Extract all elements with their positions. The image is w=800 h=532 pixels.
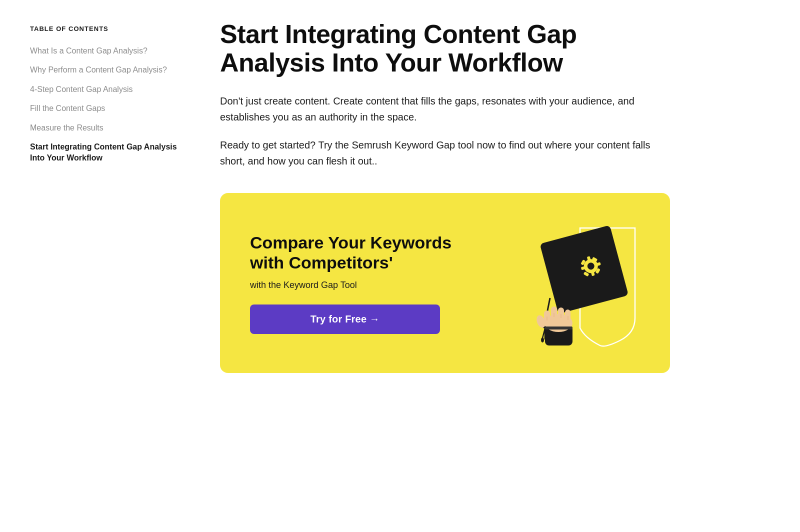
article-heading: Start Integrating Content Gap Analysis I…: [220, 20, 670, 77]
svg-rect-28: [545, 326, 572, 330]
cta-illustration: [500, 218, 640, 348]
cta-heading: Compare Your Keywords with Competitors': [250, 232, 460, 274]
try-for-free-button[interactable]: Try for Free →: [250, 304, 440, 334]
toc-link-why-perform[interactable]: Why Perform a Content Gap Analysis?: [30, 64, 190, 76]
toc-item-3: 4-Step Content Gap Analysis: [30, 80, 190, 99]
toc-link-measure[interactable]: Measure the Results: [30, 122, 190, 134]
toc-link-start-integrating[interactable]: Start Integrating Content Gap Analysis I…: [30, 142, 190, 164]
svg-rect-0: [540, 226, 628, 314]
article-paragraph-1: Don't just create content. Create conten…: [220, 93, 670, 125]
toc-item-4: Fill the Content Gaps: [30, 99, 190, 118]
cta-subtext: with the Keyword Gap Tool: [250, 280, 460, 290]
toc-item-1: What Is a Content Gap Analysis?: [30, 42, 190, 60]
article-paragraph-2: Ready to get started? Try the Semrush Ke…: [220, 137, 670, 169]
svg-point-16: [541, 338, 544, 342]
main-content: Start Integrating Content Gap Analysis I…: [220, 20, 670, 373]
toc-item-2: Why Perform a Content Gap Analysis?: [30, 60, 190, 80]
toc-link-what-is[interactable]: What Is a Content Gap Analysis?: [30, 46, 190, 56]
table-of-contents: TABLE OF CONTENTS What Is a Content Gap …: [30, 20, 190, 373]
keyword-gap-illustration: [500, 218, 640, 348]
toc-link-4-step[interactable]: 4-Step Content Gap Analysis: [30, 84, 190, 95]
toc-list: What Is a Content Gap Analysis? Why Perf…: [30, 42, 190, 168]
toc-link-fill-gaps[interactable]: Fill the Content Gaps: [30, 103, 190, 114]
cta-banner: Compare Your Keywords with Competitors' …: [220, 193, 670, 373]
toc-item-6: Start Integrating Content Gap Analysis I…: [30, 138, 190, 168]
toc-heading: TABLE OF CONTENTS: [30, 25, 190, 32]
article-body: Don't just create content. Create conten…: [220, 93, 670, 169]
cta-text-section: Compare Your Keywords with Competitors' …: [250, 232, 460, 334]
toc-item-5: Measure the Results: [30, 118, 190, 138]
